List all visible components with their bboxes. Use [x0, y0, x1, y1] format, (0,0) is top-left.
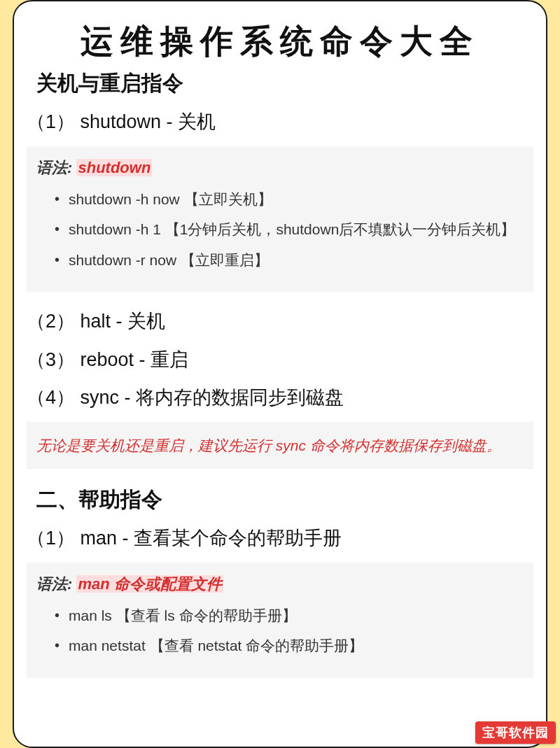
note-text: 无论是要关机还是重启，建议先运行 sync 命令将内存数据保存到磁盘。	[36, 435, 524, 457]
list-item: man netstat 【查看 netstat 命令的帮助手册】	[55, 635, 524, 657]
syntax-label: 语法:	[36, 159, 76, 176]
syntax-box-man: 语法: man 命令或配置文件 man ls 【查看 ls 命令的帮助手册】 m…	[27, 563, 533, 678]
note-box: 无论是要关机还是重启，建议先运行 sync 命令将内存数据保存到磁盘。	[27, 422, 533, 470]
syntax-cmd-man: man 命令或配置文件	[76, 575, 223, 593]
shutdown-bullets: shutdown -h now 【立即关机】 shutdown -h 1 【1分…	[36, 188, 524, 271]
syntax-line-man: 语法: man 命令或配置文件	[36, 574, 524, 595]
man-bullets: man ls 【查看 ls 命令的帮助手册】 man netstat 【查看 n…	[36, 605, 524, 657]
watermark-badge: 宝哥软件园	[475, 721, 556, 744]
syntax-label: 语法:	[36, 575, 76, 593]
page-title: 运维操作系统命令大全	[27, 20, 533, 64]
section1-heading: 关机与重启指令	[36, 69, 533, 98]
item-reboot: （3） reboot - 重启	[27, 346, 533, 374]
item-shutdown: （1） shutdown - 关机	[27, 108, 533, 136]
syntax-cmd-shutdown: shutdown	[76, 159, 152, 176]
section2-heading: 二、帮助指令	[36, 486, 533, 514]
list-item: shutdown -r now 【立即重启】	[55, 249, 524, 271]
item-man: （1） man - 查看某个命令的帮助手册	[27, 524, 533, 553]
item-halt: （2） halt - 关机	[27, 307, 533, 336]
item-sync: （4） sync - 将内存的数据同步到磁盘	[27, 383, 533, 412]
syntax-line-shutdown: 语法: shutdown	[36, 157, 524, 178]
list-item: shutdown -h now 【立即关机】	[55, 188, 524, 211]
syntax-box-shutdown: 语法: shutdown shutdown -h now 【立即关机】 shut…	[27, 146, 533, 292]
list-item: man ls 【查看 ls 命令的帮助手册】	[55, 605, 524, 627]
list-item: shutdown -h 1 【1分钟后关机，shutdown后不填默认一分钟后关…	[55, 218, 524, 241]
content-card: 运维操作系统命令大全 关机与重启指令 （1） shutdown - 关机 语法:…	[13, 0, 547, 748]
